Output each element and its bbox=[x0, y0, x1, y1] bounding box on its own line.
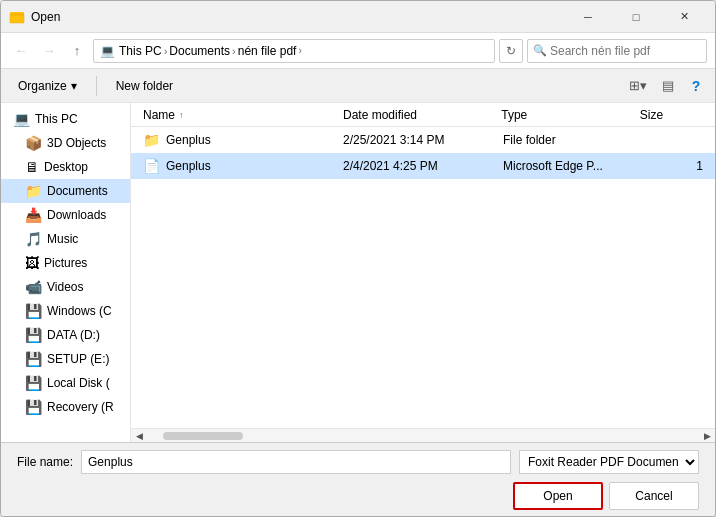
col-header-size[interactable]: Size bbox=[632, 103, 711, 126]
sidebar-item-local-disk[interactable]: 💾 Local Disk ( bbox=[1, 371, 130, 395]
sidebar-item-3d-objects[interactable]: 📦 3D Objects bbox=[1, 131, 130, 155]
file-type-cell: Microsoft Edge P... bbox=[495, 159, 635, 173]
sidebar-item-videos[interactable]: 📹 Videos bbox=[1, 275, 130, 299]
recovery-icon: 💾 bbox=[25, 399, 42, 415]
file-size-cell: 1 bbox=[635, 159, 715, 173]
breadcrumb-folder: nén file pdf bbox=[238, 44, 297, 58]
dialog-icon bbox=[9, 9, 25, 25]
forward-button[interactable]: → bbox=[37, 39, 61, 63]
refresh-button[interactable]: ↻ bbox=[499, 39, 523, 63]
file-name-cell: 📁 Genplus bbox=[135, 132, 335, 148]
view-arrow-icon: ▾ bbox=[640, 78, 647, 93]
address-bar: ← → ↑ 💻 This PC › Documents › nén file p… bbox=[1, 33, 715, 69]
view-controls: ⊞ ▾ ▤ ? bbox=[625, 73, 707, 99]
horizontal-scrollbar[interactable]: ◀ ▶ bbox=[131, 428, 715, 442]
file-type-cell: File folder bbox=[495, 133, 635, 147]
sidebar-item-pictures[interactable]: 🖼 Pictures bbox=[1, 251, 130, 275]
bottom-bar: File name: Foxit Reader PDF Document All… bbox=[1, 442, 715, 516]
toolbar-separator bbox=[96, 76, 97, 96]
col-header-date[interactable]: Date modified bbox=[335, 103, 493, 126]
filetype-select[interactable]: Foxit Reader PDF Document All Files (*.*… bbox=[519, 450, 699, 474]
breadcrumb-pc: This PC bbox=[119, 44, 162, 58]
file-name-label: Genplus bbox=[166, 159, 211, 173]
minimize-button[interactable]: ─ bbox=[565, 1, 611, 33]
view-toggle-button[interactable]: ⊞ ▾ bbox=[625, 73, 651, 99]
help-button[interactable]: ? bbox=[685, 75, 707, 97]
filename-input[interactable] bbox=[81, 450, 511, 474]
pane-button[interactable]: ▤ bbox=[655, 73, 681, 99]
file-date-cell: 2/25/2021 3:14 PM bbox=[335, 133, 495, 147]
breadcrumb-item: nén file pdf bbox=[238, 44, 297, 58]
sidebar-item-this-pc[interactable]: 💻 This PC bbox=[1, 107, 130, 131]
music-icon: 🎵 bbox=[25, 231, 42, 247]
file-list-body: 📁 Genplus 2/25/2021 3:14 PM File folder … bbox=[131, 127, 715, 428]
desktop-icon: 🖥 bbox=[25, 159, 39, 175]
scroll-right-button[interactable]: ▶ bbox=[699, 429, 715, 443]
window-controls: ─ □ ✕ bbox=[565, 1, 707, 33]
local-disk-icon: 💾 bbox=[25, 375, 42, 391]
downloads-icon: 📥 bbox=[25, 207, 42, 223]
sort-arrow-icon: ↑ bbox=[179, 110, 184, 120]
svg-rect-1 bbox=[10, 14, 24, 23]
sidebar-item-data-d[interactable]: 💾 DATA (D:) bbox=[1, 323, 130, 347]
this-pc-icon: 💻 bbox=[13, 111, 30, 127]
button-row: Open Cancel bbox=[17, 482, 699, 510]
file-list-header: Name ↑ Date modified Type Size bbox=[131, 103, 715, 127]
sidebar: 💻 This PC 📦 3D Objects 🖥 Desktop 📁 Docum… bbox=[1, 103, 131, 442]
table-row[interactable]: 📁 Genplus 2/25/2021 3:14 PM File folder bbox=[131, 127, 715, 153]
file-area: Name ↑ Date modified Type Size 📁 bbox=[131, 103, 715, 442]
main-area: 💻 This PC 📦 3D Objects 🖥 Desktop 📁 Docum… bbox=[1, 103, 715, 442]
file-name-cell: 📄 Genplus bbox=[135, 158, 335, 174]
dialog-title: Open bbox=[31, 10, 565, 24]
open-button[interactable]: Open bbox=[513, 482, 603, 510]
file-date-cell: 2/4/2021 4:25 PM bbox=[335, 159, 495, 173]
filename-row: File name: Foxit Reader PDF Document All… bbox=[17, 450, 699, 474]
pdf-icon: 📄 bbox=[143, 158, 160, 174]
search-input[interactable] bbox=[527, 39, 707, 63]
toolbar: Organize ▾ New folder ⊞ ▾ ▤ ? bbox=[1, 69, 715, 103]
sidebar-item-downloads[interactable]: 📥 Downloads bbox=[1, 203, 130, 227]
breadcrumb-documents: Documents bbox=[169, 44, 230, 58]
videos-icon: 📹 bbox=[25, 279, 42, 295]
sidebar-item-desktop[interactable]: 🖥 Desktop bbox=[1, 155, 130, 179]
scroll-track bbox=[163, 431, 683, 441]
search-wrapper: 🔍 bbox=[527, 39, 707, 63]
cancel-button[interactable]: Cancel bbox=[609, 482, 699, 510]
scroll-left-button[interactable]: ◀ bbox=[131, 429, 147, 443]
breadcrumb-item: 💻 This PC bbox=[100, 44, 162, 58]
breadcrumb-item: Documents bbox=[169, 44, 230, 58]
back-button[interactable]: ← bbox=[9, 39, 33, 63]
col-header-name[interactable]: Name ↑ bbox=[135, 103, 335, 126]
sidebar-item-windows[interactable]: 💾 Windows (C bbox=[1, 299, 130, 323]
close-button[interactable]: ✕ bbox=[661, 1, 707, 33]
new-folder-button[interactable]: New folder bbox=[107, 73, 182, 99]
setup-drive-icon: 💾 bbox=[25, 351, 42, 367]
maximize-button[interactable]: □ bbox=[613, 1, 659, 33]
open-dialog: Open ─ □ ✕ ← → ↑ 💻 This PC › Documents ›… bbox=[0, 0, 716, 517]
windows-drive-icon: 💾 bbox=[25, 303, 42, 319]
pictures-icon: 🖼 bbox=[25, 255, 39, 271]
title-bar: Open ─ □ ✕ bbox=[1, 1, 715, 33]
sidebar-item-documents[interactable]: 📁 Documents bbox=[1, 179, 130, 203]
sidebar-item-recovery[interactable]: 💾 Recovery (R bbox=[1, 395, 130, 419]
up-button[interactable]: ↑ bbox=[65, 39, 89, 63]
organize-button[interactable]: Organize ▾ bbox=[9, 73, 86, 99]
documents-icon: 📁 bbox=[25, 183, 42, 199]
pc-icon: 💻 bbox=[100, 44, 115, 58]
data-drive-icon: 💾 bbox=[25, 327, 42, 343]
breadcrumb-dropdown-icon: › bbox=[298, 45, 301, 56]
filename-label: File name: bbox=[17, 455, 73, 469]
file-name-label: Genplus bbox=[166, 133, 211, 147]
folder-icon: 📁 bbox=[143, 132, 160, 148]
breadcrumb[interactable]: 💻 This PC › Documents › nén file pdf › bbox=[93, 39, 495, 63]
table-row[interactable]: 📄 Genplus 2/4/2021 4:25 PM Microsoft Edg… bbox=[131, 153, 715, 179]
col-header-type[interactable]: Type bbox=[493, 103, 632, 126]
3d-objects-icon: 📦 bbox=[25, 135, 42, 151]
sidebar-item-music[interactable]: 🎵 Music bbox=[1, 227, 130, 251]
scroll-thumb bbox=[163, 432, 243, 440]
organize-arrow-icon: ▾ bbox=[71, 79, 77, 93]
grid-view-icon: ⊞ bbox=[629, 78, 640, 93]
sidebar-item-setup-e[interactable]: 💾 SETUP (E:) bbox=[1, 347, 130, 371]
